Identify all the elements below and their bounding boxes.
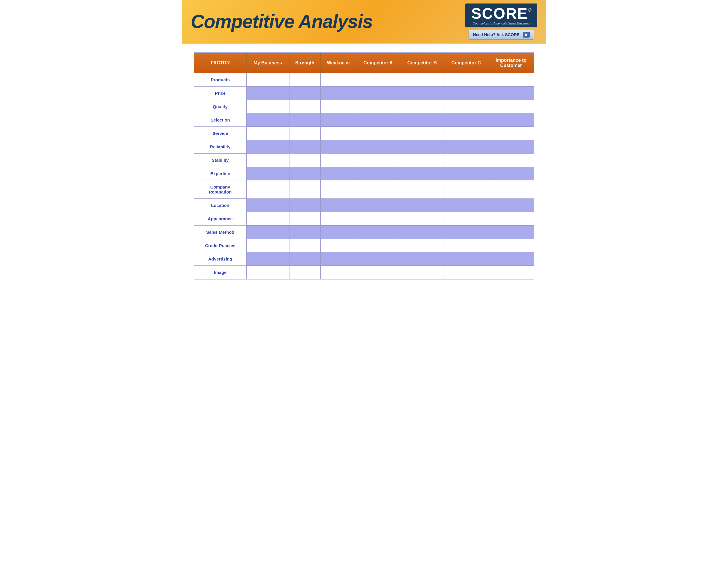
- data-cell[interactable]: [320, 153, 356, 167]
- data-cell[interactable]: [356, 140, 400, 153]
- data-cell[interactable]: [444, 180, 488, 199]
- data-cell[interactable]: [444, 73, 488, 86]
- data-cell[interactable]: [444, 140, 488, 153]
- data-cell[interactable]: [356, 266, 400, 279]
- data-cell[interactable]: [289, 153, 320, 167]
- data-cell[interactable]: [320, 225, 356, 239]
- data-cell[interactable]: [488, 140, 534, 153]
- data-cell[interactable]: [246, 153, 289, 167]
- data-cell[interactable]: [488, 180, 534, 199]
- data-cell[interactable]: [320, 167, 356, 180]
- data-cell[interactable]: [444, 127, 488, 140]
- data-cell[interactable]: [246, 73, 289, 86]
- data-cell[interactable]: [289, 113, 320, 127]
- data-cell[interactable]: [289, 180, 320, 199]
- data-cell[interactable]: [400, 180, 444, 199]
- data-cell[interactable]: [246, 100, 289, 113]
- data-cell[interactable]: [488, 127, 534, 140]
- data-cell[interactable]: [356, 225, 400, 239]
- data-cell[interactable]: [320, 239, 356, 252]
- data-cell[interactable]: [246, 140, 289, 153]
- data-cell[interactable]: [356, 153, 400, 167]
- data-cell[interactable]: [444, 153, 488, 167]
- data-cell[interactable]: [320, 252, 356, 266]
- data-cell[interactable]: [289, 239, 320, 252]
- data-cell[interactable]: [444, 239, 488, 252]
- data-cell[interactable]: [400, 199, 444, 212]
- data-cell[interactable]: [488, 239, 534, 252]
- data-cell[interactable]: [444, 86, 488, 100]
- data-cell[interactable]: [356, 86, 400, 100]
- data-cell[interactable]: [444, 113, 488, 127]
- data-cell[interactable]: [400, 86, 444, 100]
- data-cell[interactable]: [246, 212, 289, 225]
- data-cell[interactable]: [444, 100, 488, 113]
- data-cell[interactable]: [356, 180, 400, 199]
- data-cell[interactable]: [400, 239, 444, 252]
- data-cell[interactable]: [356, 100, 400, 113]
- data-cell[interactable]: [488, 86, 534, 100]
- data-cell[interactable]: [320, 180, 356, 199]
- data-cell[interactable]: [444, 252, 488, 266]
- data-cell[interactable]: [400, 113, 444, 127]
- data-cell[interactable]: [488, 100, 534, 113]
- data-cell[interactable]: [356, 127, 400, 140]
- data-cell[interactable]: [400, 167, 444, 180]
- data-cell[interactable]: [289, 266, 320, 279]
- data-cell[interactable]: [320, 86, 356, 100]
- data-cell[interactable]: [488, 73, 534, 86]
- data-cell[interactable]: [289, 86, 320, 100]
- data-cell[interactable]: [320, 140, 356, 153]
- data-cell[interactable]: [444, 167, 488, 180]
- data-cell[interactable]: [289, 73, 320, 86]
- data-cell[interactable]: [400, 225, 444, 239]
- data-cell[interactable]: [246, 266, 289, 279]
- data-cell[interactable]: [320, 127, 356, 140]
- data-cell[interactable]: [356, 167, 400, 180]
- data-cell[interactable]: [289, 199, 320, 212]
- data-cell[interactable]: [246, 199, 289, 212]
- data-cell[interactable]: [356, 252, 400, 266]
- data-cell[interactable]: [246, 86, 289, 100]
- data-cell[interactable]: [289, 252, 320, 266]
- data-cell[interactable]: [246, 252, 289, 266]
- data-cell[interactable]: [289, 100, 320, 113]
- data-cell[interactable]: [400, 252, 444, 266]
- data-cell[interactable]: [400, 127, 444, 140]
- data-cell[interactable]: [320, 113, 356, 127]
- data-cell[interactable]: [400, 140, 444, 153]
- data-cell[interactable]: [488, 225, 534, 239]
- data-cell[interactable]: [444, 199, 488, 212]
- data-cell[interactable]: [400, 100, 444, 113]
- data-cell[interactable]: [356, 212, 400, 225]
- data-cell[interactable]: [320, 73, 356, 86]
- data-cell[interactable]: [320, 212, 356, 225]
- data-cell[interactable]: [320, 199, 356, 212]
- data-cell[interactable]: [488, 113, 534, 127]
- data-cell[interactable]: [289, 167, 320, 180]
- data-cell[interactable]: [289, 127, 320, 140]
- help-button[interactable]: Need Help? Ask SCORE. ▶: [469, 30, 534, 40]
- data-cell[interactable]: [289, 212, 320, 225]
- data-cell[interactable]: [400, 73, 444, 86]
- data-cell[interactable]: [246, 167, 289, 180]
- data-cell[interactable]: [246, 225, 289, 239]
- data-cell[interactable]: [246, 239, 289, 252]
- data-cell[interactable]: [400, 266, 444, 279]
- data-cell[interactable]: [444, 212, 488, 225]
- data-cell[interactable]: [488, 167, 534, 180]
- data-cell[interactable]: [356, 239, 400, 252]
- data-cell[interactable]: [246, 113, 289, 127]
- data-cell[interactable]: [356, 113, 400, 127]
- data-cell[interactable]: [400, 153, 444, 167]
- data-cell[interactable]: [488, 252, 534, 266]
- data-cell[interactable]: [488, 199, 534, 212]
- data-cell[interactable]: [320, 266, 356, 279]
- data-cell[interactable]: [488, 212, 534, 225]
- data-cell[interactable]: [289, 225, 320, 239]
- data-cell[interactable]: [488, 153, 534, 167]
- data-cell[interactable]: [444, 225, 488, 239]
- data-cell[interactable]: [289, 140, 320, 153]
- data-cell[interactable]: [444, 266, 488, 279]
- data-cell[interactable]: [400, 212, 444, 225]
